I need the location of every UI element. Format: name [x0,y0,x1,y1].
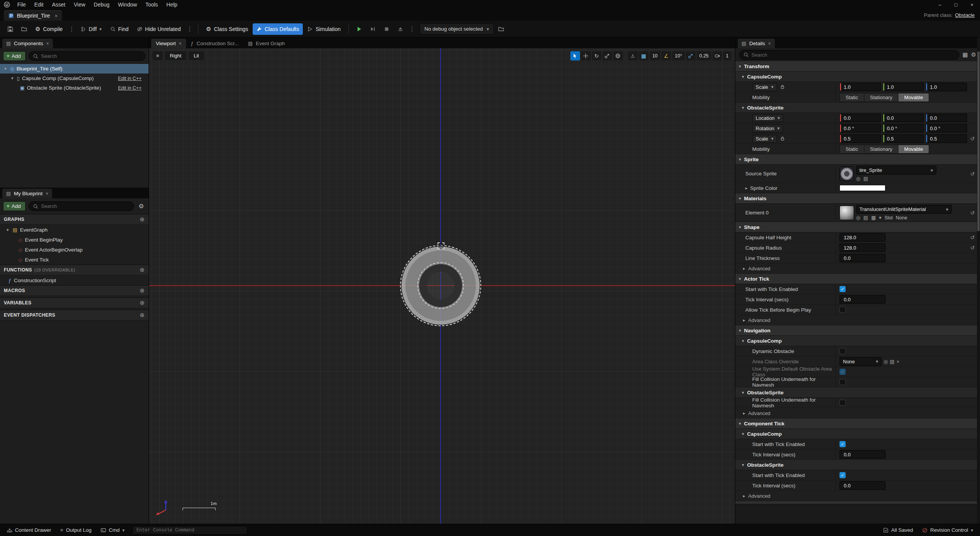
details-search-input[interactable]: Search [739,50,959,60]
sprite-thumbnail[interactable] [840,167,854,181]
lock-icon[interactable] [780,136,785,141]
scale-tool-icon[interactable] [603,51,612,60]
menu-tools[interactable]: Tools [141,1,162,8]
compile-button[interactable]: ⚙ Compile [31,23,67,35]
section-sprite[interactable]: ▾ Sprite [735,154,977,165]
parent-class-link[interactable]: Obstacle [955,12,975,18]
scale-z-input[interactable]: 1.0 [926,83,967,91]
close-icon[interactable]: × [46,191,48,196]
subsection-capsulecomp[interactable]: ▾ CapsuleComp [735,72,977,82]
scale-snap-value[interactable]: 0.25 [697,51,711,60]
diff-button[interactable]: Diff▾ [77,23,106,35]
macros-section-header[interactable]: MACROS ⊕ [0,285,149,296]
tick-interval-input[interactable]: 0.0 [840,481,885,490]
menu-asset[interactable]: Asset [48,1,70,8]
camera-mode-dropdown[interactable]: Right [165,51,186,60]
reset-to-default-icon[interactable]: ↺ [970,136,975,142]
class-settings-button[interactable]: ⚙ Class Settings [202,23,252,35]
display-options-icon[interactable]: ▦ [962,51,968,58]
section-transform[interactable]: ▾ Transform [735,61,977,72]
scrollbar-thumb[interactable] [977,51,980,231]
event-actoroverlap-item[interactable]: ◇ Event ActorBeginOverlap [0,245,149,255]
section-component-tick[interactable]: ▾ Component Tick [735,418,977,429]
details-tab[interactable]: ▤ Details × [738,39,775,48]
rotation-y-input[interactable]: 0.0 ° [883,124,924,132]
browse-to-asset-icon[interactable]: ▤ [863,215,868,221]
rotation-snap-value[interactable]: 10° [672,51,685,60]
viewport-options-icon[interactable]: ≡ [153,51,163,60]
fill-collision-checkbox[interactable] [840,379,846,385]
tab-construction-script[interactable]: ƒ Construction Scr... [186,39,243,48]
asset-tab-blueprint-tire[interactable]: Blueprint_Tire × [4,10,62,21]
menu-window[interactable]: Window [114,1,141,8]
components-search-input[interactable]: Search [29,51,145,61]
rotation-z-input[interactable]: 0.0 ° [926,124,967,132]
frame-skip-icon[interactable] [366,23,379,35]
add-dispatcher-icon[interactable]: ⊕ [140,312,145,319]
play-icon[interactable] [353,23,366,35]
debug-object-select[interactable]: No debug object selected ▾ [420,23,494,34]
maximize-icon[interactable]: □ [948,0,964,9]
menu-debug[interactable]: Debug [90,1,114,8]
browse-to-asset-icon[interactable]: ▤ [890,359,894,364]
stop-icon[interactable] [380,23,393,35]
class-defaults-button[interactable]: Class Defaults [253,23,303,35]
select-tool-icon[interactable] [570,51,580,60]
add-blueprint-item-button[interactable]: + Add [3,201,26,211]
scale-y-input[interactable]: 0.5 [883,134,924,143]
material-thumbnail[interactable] [840,206,854,220]
subsection-obstaclesprite[interactable]: ▾ ObstacleSprite [735,460,977,470]
menu-edit[interactable]: Edit [30,1,48,8]
dynamic-obstacle-checkbox[interactable] [840,348,846,354]
event-graph-item[interactable]: ▾ ▤ EventGraph [0,225,149,235]
world-local-toggle-icon[interactable] [613,51,623,60]
menu-file[interactable]: File [13,1,30,8]
scale-snap-icon[interactable] [686,51,696,60]
rotation-x-input[interactable]: 0.0 ° [840,124,881,132]
view-mode-dropdown[interactable]: Lit [189,51,204,60]
component-tick-advanced-row[interactable]: ▸ Advanced [735,491,977,501]
hide-unrelated-options-icon[interactable]: ⋮ [185,26,194,33]
capsule-radius-input[interactable]: 128.0 [840,243,885,252]
material-dropdown[interactable]: TranslucentUnlitSpriteMaterial ▾ [856,205,952,214]
surface-snap-icon[interactable] [628,51,638,60]
tab-event-graph[interactable]: ▤ Event Graph [243,39,289,48]
scale-x-input[interactable]: 1.0 [840,83,881,91]
rotation-snap-icon[interactable]: ∠ [662,51,671,60]
browse-to-asset-icon[interactable]: ▤ [863,176,868,181]
subsection-obstaclesprite[interactable]: ▾ ObstacleSprite [735,387,977,398]
close-icon[interactable]: × [768,41,771,46]
simulation-button[interactable]: Simulation [304,23,344,35]
mobility-static-button[interactable]: Static [840,145,864,154]
subsection-obstaclesprite[interactable]: ▾ ObstacleSprite [735,103,977,113]
caret-down-icon[interactable]: ▾ [3,66,8,71]
save-icon[interactable] [4,23,17,35]
rotate-tool-icon[interactable]: ↻ [592,51,601,60]
use-selected-asset-icon[interactable]: ◎ [856,176,860,181]
tick-interval-input[interactable]: 0.0 [840,295,885,304]
scale-z-input[interactable]: 0.5 [926,134,967,143]
menu-view[interactable]: View [70,1,90,8]
grid-snap-value[interactable]: 10 [650,51,660,60]
location-axis-selector[interactable]: Location▾ [752,114,783,122]
translate-tool-icon[interactable] [581,51,591,60]
details-settings-gear-icon[interactable]: ⚙ [971,51,976,58]
content-drawer-button[interactable]: Content Drawer [3,525,55,535]
add-macro-icon[interactable]: ⊕ [140,287,145,294]
navigation-advanced-row[interactable]: ▸ Advanced [735,408,977,418]
reset-to-default-icon[interactable]: ↺ [970,245,975,251]
eject-icon[interactable] [394,23,407,35]
reset-to-default-icon[interactable]: ↺ [970,234,975,240]
components-tab[interactable]: ▤ Components × [2,39,53,48]
mobility-movable-button[interactable]: Movable [898,93,929,102]
section-materials[interactable]: ▾ Materials [735,193,977,204]
section-shape[interactable]: ▾ Shape [735,222,977,232]
hide-unrelated-button[interactable]: Hide Unrelated [133,23,185,35]
viewport-canvas[interactable]: ≡ Right Lit ↻ [149,48,735,524]
find-button[interactable]: Find [106,23,132,35]
component-row-self[interactable]: ▾ ◎ Blueprint_Tire (Self) [0,64,149,74]
use-default-area-checkbox[interactable]: ✓ [840,369,846,375]
event-beginplay-item[interactable]: ◇ Event BeginPlay [0,235,149,245]
location-x-input[interactable]: 0.0 [840,114,881,122]
add-variable-icon[interactable]: ⊕ [140,299,145,306]
